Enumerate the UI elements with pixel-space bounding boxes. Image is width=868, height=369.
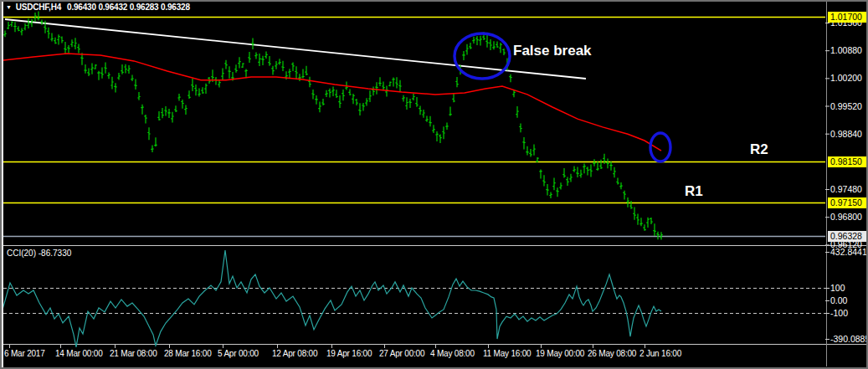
price-tick-label: 1.00880 bbox=[830, 45, 862, 55]
price-level-label: 1.01700 bbox=[828, 12, 866, 23]
ohlc-quotes: 0.96430 0.96432 0.96283 0.96328 bbox=[67, 3, 190, 12]
cci-tick-label: 0.00 bbox=[830, 295, 847, 305]
highlight-ellipse[interactable] bbox=[650, 133, 670, 161]
time-label: 2 Jun 16:00 bbox=[639, 349, 681, 358]
chart-title: ▼USDCHF,H40.96430 0.96432 0.96283 0.9632… bbox=[6, 3, 190, 12]
window-border-top bbox=[0, 0, 868, 2]
time-label: 27 Apr 00:00 bbox=[379, 349, 424, 358]
cci-tick-label: -390.0885 bbox=[830, 334, 868, 344]
time-label: 28 Mar 16:00 bbox=[164, 349, 212, 358]
cci-line bbox=[3, 250, 661, 347]
symbol-dropdown-icon[interactable]: ▼ bbox=[6, 4, 12, 10]
symbol-timeframe-label: USDCHF,H4 bbox=[16, 3, 61, 12]
time-label: 21 Mar 08:00 bbox=[110, 349, 157, 358]
cci-tick-label: 432.8441 bbox=[830, 247, 867, 257]
price-tick-label: 1.00200 bbox=[830, 73, 862, 83]
price-level-label: 0.97150 bbox=[828, 197, 866, 208]
price-tick-label: 0.98840 bbox=[830, 129, 862, 139]
time-label: 26 May 08:00 bbox=[588, 349, 636, 358]
time-label: 11 May 16:00 bbox=[483, 349, 531, 358]
indicator-label: CCI(20) -86.7330 bbox=[7, 249, 71, 258]
price-level-label: 0.98150 bbox=[828, 156, 866, 167]
highlight-ellipse[interactable] bbox=[455, 33, 510, 79]
price-tick-label: 0.97480 bbox=[830, 184, 862, 194]
price-tick-label: 0.96800 bbox=[830, 212, 862, 222]
price-chart-canvas[interactable] bbox=[0, 0, 868, 369]
annotation-r2[interactable]: R2 bbox=[750, 141, 768, 158]
time-label: 19 Apr 16:00 bbox=[326, 349, 372, 358]
time-label: 4 May 08:00 bbox=[430, 349, 475, 358]
time-label: 5 Apr 00:00 bbox=[218, 349, 259, 358]
chart-window: ▼USDCHF,H40.96430 0.96432 0.96283 0.9632… bbox=[0, 0, 868, 369]
time-label: 12 Apr 08:00 bbox=[272, 349, 317, 358]
cci-tick-label: -100 bbox=[830, 308, 848, 318]
time-label: 14 Mar 00:00 bbox=[55, 349, 103, 358]
price-tick-label: 0.99520 bbox=[830, 101, 862, 111]
time-label: 6 Mar 2017 bbox=[4, 349, 45, 358]
cci-tick-label: 100 bbox=[830, 283, 845, 293]
window-border-left-highlight bbox=[2, 2, 3, 367]
annotation-false-break[interactable]: False break bbox=[513, 43, 592, 59]
time-label: 19 May 00:00 bbox=[536, 349, 584, 358]
price-level-label: 0.96328 bbox=[828, 231, 866, 242]
annotation-r1[interactable]: R1 bbox=[685, 183, 703, 200]
